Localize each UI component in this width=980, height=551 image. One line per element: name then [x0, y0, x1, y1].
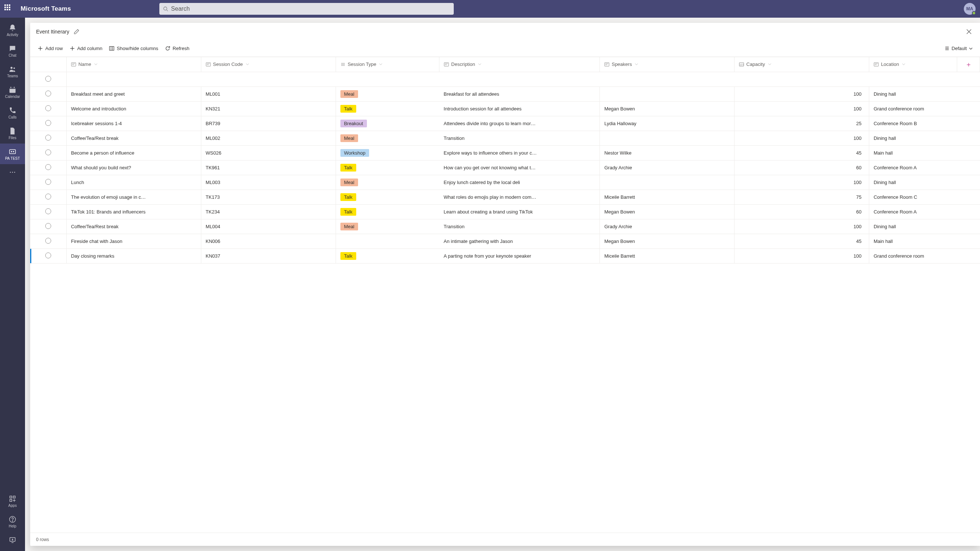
edit-title-icon[interactable] — [73, 29, 80, 35]
close-button[interactable] — [964, 27, 974, 37]
table-row[interactable]: Welcome and introductionKN321TalkIntrodu… — [30, 101, 980, 116]
row-select[interactable] — [45, 164, 51, 170]
row-select[interactable] — [45, 91, 51, 96]
cell-name[interactable]: Welcome and introduction — [66, 101, 201, 116]
cell-name[interactable]: Lunch — [66, 175, 201, 190]
cell-location[interactable]: Dining hall — [869, 219, 957, 234]
select-all-header[interactable] — [30, 57, 66, 72]
table-row[interactable]: The evolution of emoji usage in c…TK173T… — [30, 190, 980, 204]
show-hide-columns-button[interactable]: Show/hide columns — [109, 46, 158, 51]
cell-code[interactable]: TK961 — [201, 160, 336, 175]
cell-name[interactable]: What should you build next? — [66, 160, 201, 175]
cell-type[interactable]: Talk — [336, 101, 439, 116]
cell-speakers[interactable]: Megan Bowen — [600, 204, 735, 219]
rail-more[interactable] — [9, 164, 16, 182]
cell-capacity[interactable]: 100 — [735, 86, 869, 101]
cell-code[interactable]: ML001 — [201, 86, 336, 101]
cell-speakers[interactable]: Lydia Halloway — [600, 116, 735, 131]
rail-teams[interactable]: Teams — [0, 61, 25, 82]
rail-chat[interactable]: Chat — [0, 40, 25, 61]
rail-help[interactable]: Help — [0, 511, 25, 532]
cell-code[interactable]: ML004 — [201, 219, 336, 234]
table-row[interactable]: Coffee/Tea/Rest breakML002MealTransition… — [30, 131, 980, 145]
cell-desc[interactable]: Enjoy lunch catered by the local deli — [439, 175, 600, 190]
cell-code[interactable]: KN037 — [201, 248, 336, 263]
cell-code[interactable]: WS026 — [201, 145, 336, 160]
rail-apps[interactable]: Apps — [0, 490, 25, 511]
cell-desc[interactable]: How can you get over not knowing what t… — [439, 160, 600, 175]
cell-code[interactable]: TK234 — [201, 204, 336, 219]
row-select[interactable] — [45, 135, 51, 140]
table-row[interactable]: Breakfast meet and greetML001MealBreakfa… — [30, 86, 980, 101]
cell-location[interactable]: Conference Room B — [869, 116, 957, 131]
cell-capacity[interactable]: 75 — [735, 190, 869, 204]
cell-type[interactable]: Breakout — [336, 116, 439, 131]
cell-desc[interactable]: Learn about creating a brand using TikTo… — [439, 204, 600, 219]
cell-type[interactable]: Meal — [336, 86, 439, 101]
cell-name[interactable]: The evolution of emoji usage in c… — [66, 190, 201, 204]
user-avatar[interactable]: MA — [964, 3, 975, 15]
row-select[interactable] — [45, 194, 51, 199]
cell-name[interactable]: TikTok 101: Brands and influencers — [66, 204, 201, 219]
cell-capacity[interactable]: 100 — [735, 219, 869, 234]
cell-name[interactable]: Become a person of influence — [66, 145, 201, 160]
cell-desc[interactable]: Breakfast for all attendees — [439, 86, 600, 101]
add-column-plus[interactable]: ＋ — [957, 57, 980, 72]
cell-type[interactable]: Talk — [336, 248, 439, 263]
cell-name[interactable]: Breakfast meet and greet — [66, 86, 201, 101]
table-row[interactable]: Coffee/Tea/Rest breakML004MealTransition… — [30, 219, 980, 234]
cell-type[interactable]: Meal — [336, 175, 439, 190]
cell-location[interactable]: Conference Room A — [869, 160, 957, 175]
table-row[interactable]: What should you build next?TK961TalkHow … — [30, 160, 980, 175]
cell-speakers[interactable]: Miceile Barrett — [600, 190, 735, 204]
cell-type[interactable]: Meal — [336, 219, 439, 234]
search-input[interactable]: Search — [159, 3, 454, 15]
cell-type[interactable]: Meal — [336, 131, 439, 145]
table-row[interactable]: LunchML003MealEnjoy lunch catered by the… — [30, 175, 980, 190]
cell-capacity[interactable]: 45 — [735, 145, 869, 160]
cell-desc[interactable]: What roles do emojis play in modern com… — [439, 190, 600, 204]
col-session-type[interactable]: Session Type — [336, 57, 439, 72]
cell-speakers[interactable] — [600, 175, 735, 190]
cell-name[interactable]: Coffee/Tea/Rest break — [66, 131, 201, 145]
cell-code[interactable]: ML003 — [201, 175, 336, 190]
cell-name[interactable]: Coffee/Tea/Rest break — [66, 219, 201, 234]
row-select[interactable] — [45, 238, 51, 244]
row-select[interactable] — [45, 150, 51, 155]
cell-speakers[interactable] — [600, 131, 735, 145]
col-speakers[interactable]: Speakers — [600, 57, 735, 72]
row-select[interactable] — [45, 223, 51, 229]
table-row[interactable]: Become a person of influenceWS026Worksho… — [30, 145, 980, 160]
cell-location[interactable]: Grand conference room — [869, 101, 957, 116]
cell-capacity[interactable]: 100 — [735, 248, 869, 263]
col-description[interactable]: Description — [439, 57, 600, 72]
cell-location[interactable]: Conference Room A — [869, 204, 957, 219]
table-row[interactable]: Icebreaker sessions 1-4BR739BreakoutAtte… — [30, 116, 980, 131]
rail-activity[interactable]: Activity — [0, 20, 25, 40]
cell-desc[interactable]: An intimate gathering with Jason — [439, 234, 600, 248]
cell-desc[interactable]: Transition — [439, 219, 600, 234]
cell-code[interactable]: KN006 — [201, 234, 336, 248]
table-row[interactable]: TikTok 101: Brands and influencersTK234T… — [30, 204, 980, 219]
app-launcher-icon[interactable] — [5, 5, 13, 13]
cell-location[interactable]: Main hall — [869, 234, 957, 248]
row-select[interactable] — [45, 105, 51, 111]
row-select[interactable] — [45, 208, 51, 214]
row-select[interactable] — [45, 253, 51, 258]
cell-speakers[interactable]: Grady Archie — [600, 219, 735, 234]
cell-speakers[interactable]: Miceile Barrett — [600, 248, 735, 263]
data-grid[interactable]: Name Session Code Session Type Descripti… — [30, 57, 980, 533]
cell-name[interactable]: Icebreaker sessions 1-4 — [66, 116, 201, 131]
cell-location[interactable]: Conference Room C — [869, 190, 957, 204]
rail-files[interactable]: Files — [0, 123, 25, 143]
rail-patest[interactable]: PA TEST — [0, 143, 25, 164]
cell-speakers[interactable]: Megan Bowen — [600, 234, 735, 248]
table-row[interactable]: Fireside chat with JasonKN006An intimate… — [30, 234, 980, 248]
col-location[interactable]: Location — [869, 57, 957, 72]
cell-capacity[interactable]: 25 — [735, 116, 869, 131]
cell-code[interactable]: ML002 — [201, 131, 336, 145]
cell-location[interactable]: Grand conference room — [869, 248, 957, 263]
cell-type[interactable]: Workshop — [336, 145, 439, 160]
cell-capacity[interactable]: 60 — [735, 160, 869, 175]
cell-code[interactable]: BR739 — [201, 116, 336, 131]
